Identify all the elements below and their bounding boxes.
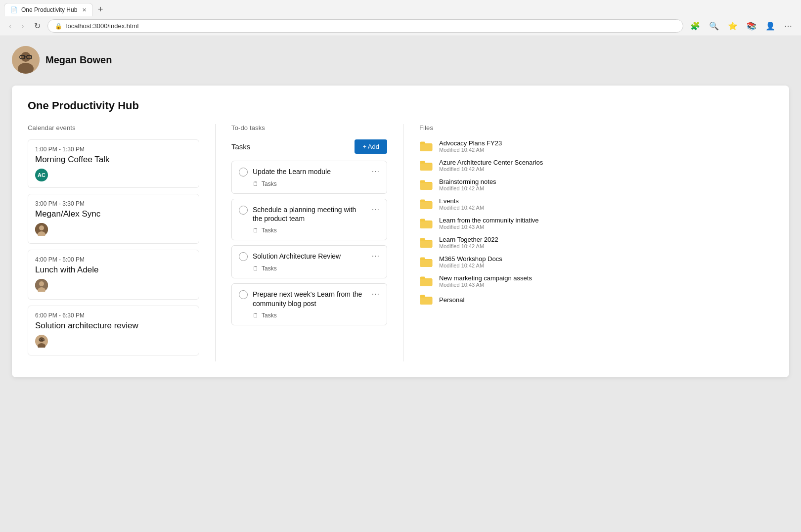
more-button[interactable]: ⋯ <box>781 19 795 33</box>
calendar-column: Calendar events 1:00 PM - 1:30 PM Mornin… <box>28 124 216 361</box>
event-avatar-2 <box>35 223 48 236</box>
file-item-3[interactable]: Brainstorming notes Modified 10:42 AM <box>419 178 773 191</box>
calendar-event-2[interactable]: 3:00 PM - 3:30 PM Megan/Alex Sync <box>28 194 199 244</box>
task-sub-3: 🗒 Tasks <box>253 265 380 272</box>
task-text-3: Solution Architecture Review <box>253 252 367 261</box>
folder-icon-2 <box>419 160 433 172</box>
file-name-7: M365 Workshop Docs <box>439 255 773 263</box>
add-task-button[interactable]: + Add <box>355 139 387 154</box>
file-modified-3: Modified 10:42 AM <box>439 185 773 191</box>
file-item-9[interactable]: Personal <box>419 294 773 306</box>
file-item-8[interactable]: New marketing campaign assets Modified 1… <box>419 274 773 288</box>
event-time-4: 6:00 PM - 6:30 PM <box>35 312 192 319</box>
file-name-9: Personal <box>439 296 773 304</box>
task-row-4: Prepare next week's Learn from the commu… <box>239 290 380 308</box>
event-title-4: Solution architecture review <box>35 321 192 331</box>
folder-icon-1 <box>419 140 433 152</box>
tab-close-button[interactable]: ✕ <box>82 7 87 13</box>
task-more-4[interactable]: ··· <box>372 290 380 299</box>
task-item-2: Schedule a planning meeting with the pro… <box>231 199 387 240</box>
file-info-7: M365 Workshop Docs Modified 10:42 AM <box>439 255 773 268</box>
file-item-6[interactable]: Learn Together 2022 Modified 10:42 AM <box>419 236 773 249</box>
event-avatar-3 <box>35 279 48 292</box>
event-avatar-4 <box>35 335 48 348</box>
event-title-1: Morning Coffee Talk <box>35 155 192 165</box>
calendar-event-3[interactable]: 4:00 PM - 5:00 PM Lunch with Adele <box>28 250 199 300</box>
browser-titlebar: 📄 One Productivity Hub ✕ + <box>0 0 801 16</box>
browser-chrome: 📄 One Productivity Hub ✕ + ‹ › ↻ 🔒 local… <box>0 0 801 36</box>
collections-button[interactable]: 📚 <box>744 19 759 33</box>
refresh-button[interactable]: ↻ <box>31 19 44 33</box>
file-name-1: Advocacy Plans FY23 <box>439 139 773 147</box>
main-card: One Productivity Hub Calendar events 1:0… <box>12 86 789 377</box>
file-item-1[interactable]: Advocacy Plans FY23 Modified 10:42 AM <box>419 139 773 153</box>
lock-icon: 🔒 <box>55 23 62 30</box>
zoom-button[interactable]: 🔍 <box>706 19 722 33</box>
file-info-8: New marketing campaign assets Modified 1… <box>439 274 773 288</box>
task-list-icon-2: 🗒 <box>253 227 259 234</box>
task-sub-1: 🗒 Tasks <box>253 180 380 187</box>
task-text-4: Prepare next week's Learn from the commu… <box>253 290 367 308</box>
calendar-event-1[interactable]: 1:00 PM - 1:30 PM Morning Coffee Talk AC <box>28 139 199 188</box>
task-checkbox-3[interactable] <box>239 252 248 261</box>
event-time-2: 3:00 PM - 3:30 PM <box>35 200 192 207</box>
tasks-header: To-do tasks <box>231 124 387 132</box>
file-info-5: Learn from the community initiative Modi… <box>439 217 773 230</box>
file-name-8: New marketing campaign assets <box>439 274 773 282</box>
back-button[interactable]: ‹ <box>6 20 14 33</box>
browser-nav-icons: 🧩 🔍 ⭐ 📚 👤 ⋯ <box>687 19 795 33</box>
file-item-5[interactable]: Learn from the community initiative Modi… <box>419 217 773 230</box>
profile-button[interactable]: 👤 <box>762 19 778 33</box>
task-list-icon-1: 🗒 <box>253 180 259 187</box>
task-more-3[interactable]: ··· <box>372 252 380 261</box>
extensions-button[interactable]: 🧩 <box>687 19 703 33</box>
user-header: Megan Bowen <box>12 46 789 74</box>
task-row-3: Solution Architecture Review ··· <box>239 252 380 261</box>
svg-point-10 <box>39 281 44 286</box>
file-item-7[interactable]: M365 Workshop Docs Modified 10:42 AM <box>419 255 773 268</box>
task-more-2[interactable]: ··· <box>372 205 380 214</box>
file-info-6: Learn Together 2022 Modified 10:42 AM <box>439 236 773 249</box>
task-checkbox-2[interactable] <box>239 206 248 215</box>
file-info-3: Brainstorming notes Modified 10:42 AM <box>439 178 773 191</box>
tab-favicon-icon: 📄 <box>10 6 17 13</box>
file-name-5: Learn from the community initiative <box>439 217 773 224</box>
forward-button[interactable]: › <box>18 20 27 33</box>
folder-icon-3 <box>419 179 433 191</box>
file-modified-2: Modified 10:42 AM <box>439 166 773 172</box>
page-wrapper: Megan Bowen One Productivity Hub Calenda… <box>0 36 801 387</box>
task-checkbox-4[interactable] <box>239 290 248 299</box>
task-checkbox-1[interactable] <box>239 168 248 177</box>
tasks-section-header: Tasks + Add <box>231 139 387 154</box>
calendar-event-4[interactable]: 6:00 PM - 6:30 PM Solution architecture … <box>28 306 199 355</box>
file-modified-5: Modified 10:43 AM <box>439 224 773 230</box>
file-name-3: Brainstorming notes <box>439 178 773 185</box>
favorites-button[interactable]: ⭐ <box>725 19 741 33</box>
folder-icon-6 <box>419 237 433 249</box>
tasks-section-title: Tasks <box>231 142 250 151</box>
folder-icon-7 <box>419 256 433 268</box>
user-name: Megan Bowen <box>45 54 112 66</box>
task-subtask-label-2: Tasks <box>262 227 277 234</box>
file-info-2: Azure Architecture Center Scenarios Modi… <box>439 159 773 172</box>
task-sub-2: 🗒 Tasks <box>253 227 380 234</box>
task-text-1: Update the Learn module <box>253 167 367 176</box>
folder-icon-8 <box>419 275 433 287</box>
event-time-3: 4:00 PM - 5:00 PM <box>35 256 192 263</box>
page-title: One Productivity Hub <box>28 99 773 112</box>
browser-nav: ‹ › ↻ 🔒 localhost:3000/index.html 🧩 🔍 ⭐ … <box>0 16 801 36</box>
file-modified-6: Modified 10:42 AM <box>439 243 773 249</box>
file-item-4[interactable]: Events Modified 10:42 AM <box>419 197 773 211</box>
event-title-2: Megan/Alex Sync <box>35 209 192 219</box>
task-more-1[interactable]: ··· <box>372 167 380 176</box>
new-tab-button[interactable]: + <box>95 3 106 16</box>
file-modified-7: Modified 10:42 AM <box>439 263 773 268</box>
address-text: localhost:3000/index.html <box>66 22 139 30</box>
address-bar[interactable]: 🔒 localhost:3000/index.html <box>47 19 683 33</box>
browser-tab[interactable]: 📄 One Productivity Hub ✕ <box>4 3 93 16</box>
event-avatar-1: AC <box>35 169 48 181</box>
task-item-1: Update the Learn module ··· 🗒 Tasks <box>231 161 387 194</box>
file-item-2[interactable]: Azure Architecture Center Scenarios Modi… <box>419 159 773 172</box>
file-modified-1: Modified 10:42 AM <box>439 147 773 153</box>
folder-icon-4 <box>419 198 433 210</box>
